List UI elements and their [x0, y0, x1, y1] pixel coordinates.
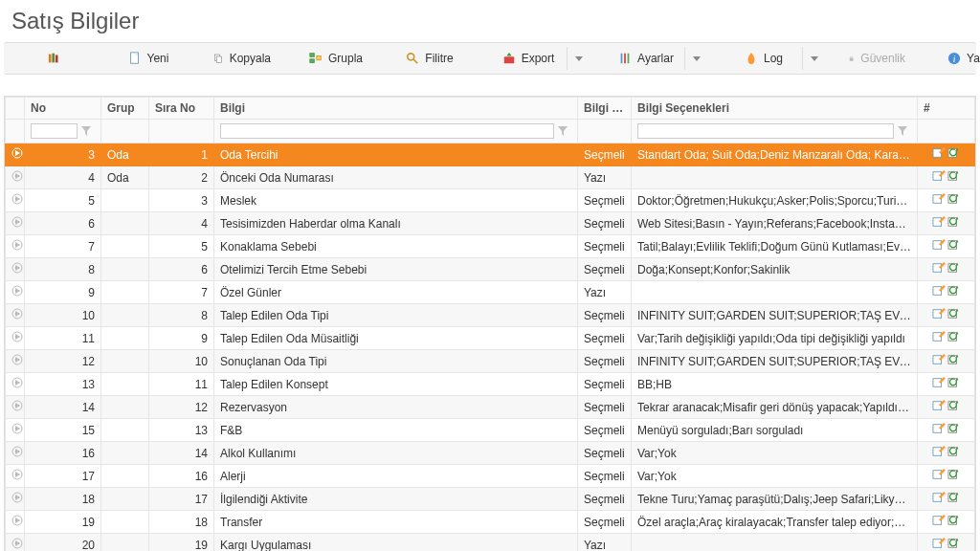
group-button[interactable]: Grupla [293, 47, 379, 70]
edit-icon[interactable] [932, 262, 946, 274]
refresh-icon[interactable] [947, 285, 961, 297]
help-button[interactable]: i Yardım [927, 47, 980, 70]
edit-icon[interactable] [932, 492, 946, 503]
export-button[interactable]: Export [480, 47, 567, 70]
refresh-icon[interactable] [947, 262, 961, 274]
table-row[interactable]: 64Tesisimizden Haberdar olma KanalıSeçme… [6, 212, 975, 235]
refresh-icon[interactable] [947, 331, 961, 342]
filter-icon[interactable] [80, 125, 92, 137]
table-row[interactable]: 108Talep Edilen Oda TipiSeçmeliINFINITY … [6, 304, 975, 327]
col-sira[interactable]: Sıra No [149, 98, 214, 120]
refresh-icon[interactable] [947, 446, 961, 457]
settings-dropdown[interactable] [684, 47, 708, 70]
table-row[interactable]: 75Konaklama SebebiSeçmeliTatil;Balayı;Ev… [6, 235, 975, 258]
refresh-icon[interactable] [947, 423, 961, 434]
expand-cell[interactable] [6, 327, 25, 350]
edit-icon[interactable] [932, 446, 946, 457]
expand-cell[interactable] [6, 396, 25, 419]
col-expand[interactable] [6, 98, 25, 120]
filter-sec[interactable] [637, 123, 894, 139]
refresh-icon[interactable] [947, 538, 961, 549]
copy-button[interactable]: Kopyala [199, 47, 285, 70]
table-row[interactable]: 1817İlgilendiği AktiviteSeçmeliTekne Tur… [6, 488, 975, 511]
refresh-icon[interactable] [947, 400, 961, 411]
refresh-icon[interactable] [947, 515, 961, 526]
cell-grup [101, 189, 149, 212]
table-row[interactable]: 86Otelimizi Tercih Etme SebebiSeçmeliDoğ… [6, 258, 975, 281]
expand-cell[interactable] [6, 212, 25, 235]
log-dropdown[interactable] [802, 47, 826, 70]
edit-icon[interactable] [932, 469, 946, 480]
refresh-icon[interactable] [947, 170, 961, 182]
edit-icon[interactable] [932, 423, 946, 434]
col-sec[interactable]: Bilgi Seçenekleri [632, 98, 918, 120]
table-row[interactable]: 97Özel GünlerYazı [6, 281, 975, 304]
col-actions[interactable]: # [918, 98, 975, 120]
refresh-icon[interactable] [947, 354, 961, 365]
filter-no[interactable] [31, 123, 78, 139]
edit-icon[interactable] [932, 331, 946, 342]
expand-cell[interactable] [6, 419, 25, 442]
table-row[interactable]: 1513F&BSeçmeliMenüyü sorguladı;Barı sorg… [6, 419, 975, 442]
table-row[interactable]: 1210Sonuçlanan Oda TipiSeçmeliINFINITY S… [6, 350, 975, 373]
edit-icon[interactable] [932, 377, 946, 388]
refresh-icon[interactable] [947, 492, 961, 503]
col-bilgi[interactable]: Bilgi [214, 98, 578, 120]
table-row[interactable]: 119Talep Edilen Oda MüsaitliğiSeçmeliVar… [6, 327, 975, 350]
filter-button[interactable]: Filitre [387, 47, 473, 70]
edit-icon[interactable] [932, 400, 946, 411]
edit-icon[interactable] [932, 239, 946, 251]
edit-icon[interactable] [932, 170, 946, 182]
refresh-icon[interactable] [947, 308, 961, 320]
table-row[interactable]: 2019Kargı UygulamasıYazı [6, 534, 975, 552]
expand-cell[interactable] [6, 350, 25, 373]
table-row[interactable]: 1311Talep Edilen KonseptSeçmeliBB;HB [6, 373, 975, 396]
expand-cell[interactable] [6, 442, 25, 465]
refresh-icon[interactable] [947, 193, 961, 205]
table-row[interactable]: 1716AlerjiSeçmeliVar;Yok [6, 465, 975, 488]
refresh-icon[interactable] [947, 239, 961, 251]
expand-cell[interactable] [6, 281, 25, 304]
col-tipi[interactable]: Bilgi Tipi [578, 98, 632, 120]
edit-icon[interactable] [932, 216, 946, 228]
expand-cell[interactable] [6, 488, 25, 511]
filter-icon[interactable] [557, 125, 568, 137]
col-grup[interactable]: Grup [101, 98, 149, 120]
edit-icon[interactable] [932, 147, 946, 159]
expand-cell[interactable] [6, 373, 25, 396]
table-row[interactable]: 1918TransferSeçmeliÖzel araçla;Araç kira… [6, 511, 975, 534]
table-row[interactable]: 1614Alkol KullanımıSeçmeliVar;Yok [6, 442, 975, 465]
col-no[interactable]: No [25, 98, 101, 120]
refresh-icon[interactable] [947, 216, 961, 228]
edit-icon[interactable] [932, 515, 946, 526]
refresh-icon[interactable] [947, 147, 961, 159]
expand-cell[interactable] [6, 166, 25, 189]
expand-cell[interactable] [6, 235, 25, 258]
edit-icon[interactable] [932, 308, 946, 320]
toolbar-icon-button[interactable] [11, 47, 98, 70]
edit-icon[interactable] [932, 193, 946, 205]
edit-icon[interactable] [932, 538, 946, 549]
expand-cell[interactable] [6, 143, 25, 166]
expand-cell[interactable] [6, 189, 25, 212]
refresh-icon[interactable] [947, 377, 961, 388]
new-button[interactable]: Yeni [105, 47, 191, 70]
refresh-icon[interactable] [947, 469, 961, 480]
filter-icon[interactable] [897, 125, 908, 137]
expand-cell[interactable] [6, 511, 25, 534]
table-row[interactable]: 4Oda2Önceki Oda NumarasıYazı [6, 166, 975, 189]
filter-bilgi[interactable] [220, 123, 554, 139]
expand-cell[interactable] [6, 465, 25, 488]
log-button[interactable]: Log [716, 47, 802, 70]
edit-icon[interactable] [932, 354, 946, 365]
table-row[interactable]: 1412RezervasyonSeçmeliTekrar aranacak;Mi… [6, 396, 975, 419]
settings-button[interactable]: Ayarlar [598, 47, 684, 70]
expand-cell[interactable] [6, 258, 25, 281]
table-row[interactable]: 3Oda1Oda TercihiSeçmeliStandart Oda; Sui… [6, 143, 975, 166]
expand-cell[interactable] [6, 534, 25, 552]
expand-cell[interactable] [6, 304, 25, 327]
table-row[interactable]: 53MeslekSeçmeliDoktor;Öğretmen;Hukukçu;A… [6, 189, 975, 212]
export-dropdown[interactable] [567, 47, 590, 70]
security-button[interactable]: Güvenlik [834, 47, 920, 70]
edit-icon[interactable] [932, 285, 946, 297]
